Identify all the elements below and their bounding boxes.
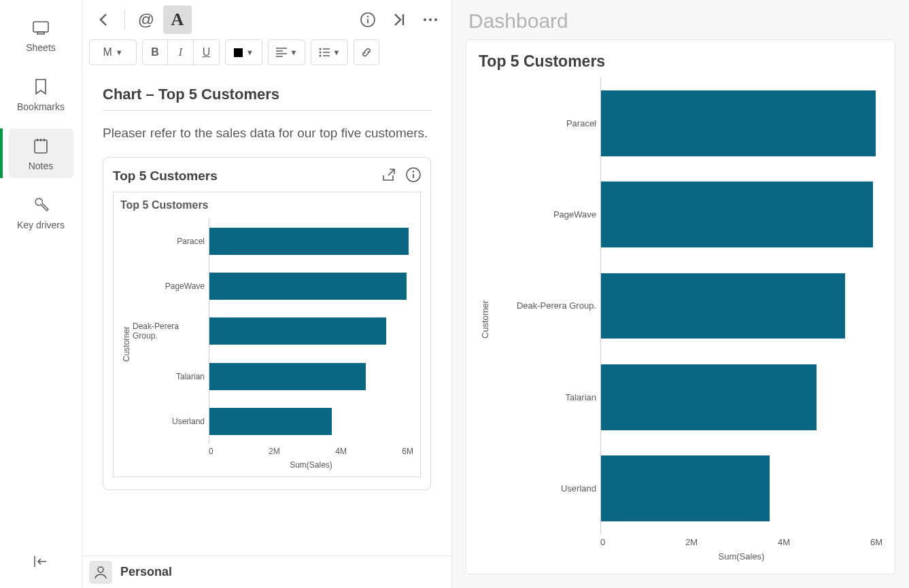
info-button[interactable] — [354, 5, 382, 34]
bookmark-icon — [32, 78, 50, 96]
sidebar: Sheets Bookmarks Notes Key drivers — [0, 0, 82, 588]
bold-button[interactable]: B — [142, 39, 168, 65]
svg-point-11 — [424, 18, 426, 21]
axis-tick: 4M — [778, 537, 790, 547]
bar[interactable] — [601, 364, 817, 430]
category-label: Deak-Perera Group. — [133, 309, 205, 353]
person-icon — [94, 566, 107, 579]
note-text[interactable]: Pleaser refer to the sales data for our … — [103, 123, 431, 143]
list-icon — [319, 48, 330, 57]
dashboard-card-title: Top 5 Customers — [479, 52, 882, 71]
sidebar-item-label: Key drivers — [17, 220, 65, 230]
bar[interactable] — [209, 273, 407, 300]
note-body[interactable]: Chart – Top 5 Customers Pleaser refer to… — [82, 72, 451, 555]
note-title[interactable]: Chart – Top 5 Customers — [103, 86, 431, 111]
color-swatch — [234, 48, 243, 57]
chart-info-button[interactable] — [406, 167, 421, 185]
avatar[interactable] — [89, 561, 112, 584]
y-axis-label: Customer — [479, 77, 492, 561]
owner-label: Personal — [120, 565, 172, 579]
bar[interactable] — [209, 408, 332, 435]
bar[interactable] — [209, 363, 366, 390]
more-button[interactable] — [416, 5, 445, 34]
category-label: Deak-Perera Group. — [517, 260, 596, 351]
text-color-dropdown[interactable]: ▼ — [225, 39, 262, 65]
bar[interactable] — [601, 90, 876, 156]
mention-button[interactable]: @ — [132, 5, 160, 34]
svg-point-12 — [429, 18, 432, 21]
jump-to-end-button[interactable] — [385, 5, 413, 34]
back-button[interactable] — [89, 5, 118, 34]
sidebar-item-key-drivers[interactable]: Key drivers — [9, 188, 73, 237]
svg-point-18 — [319, 48, 321, 50]
key-drivers-icon — [32, 196, 50, 214]
axis-tick: 2M — [269, 447, 280, 456]
dashboard-card: Top 5 Customers Customer ParacelPageWave… — [466, 39, 895, 574]
align-left-icon — [276, 48, 287, 57]
svg-rect-2 — [35, 140, 47, 153]
link-button[interactable] — [354, 39, 379, 65]
category-label: PageWave — [553, 169, 596, 260]
sidebar-item-sheets[interactable]: Sheets — [9, 10, 73, 60]
dashboard-panel: Dashboard Top 5 Customers Customer Parac… — [452, 0, 909, 588]
category-label: Paracel — [177, 218, 205, 263]
bar-chart-small: Customer ParacelPageWaveDeak-Perera Grou… — [120, 218, 413, 470]
format-toolbar: M▼ B I U ▼ ▼ ▼ — [82, 39, 451, 72]
collapse-sidebar-button[interactable] — [33, 555, 49, 571]
notes-icon — [32, 137, 50, 155]
axis-tick: 2M — [685, 537, 698, 547]
svg-rect-0 — [33, 22, 48, 32]
heading-style-dropdown[interactable]: M▼ — [89, 39, 137, 65]
note-toolbar: @ A — [82, 0, 451, 39]
align-dropdown[interactable]: ▼ — [268, 39, 305, 65]
notes-panel: @ A M▼ B I — [82, 0, 452, 588]
list-dropdown[interactable]: ▼ — [311, 39, 348, 65]
sidebar-item-label: Sheets — [26, 42, 56, 53]
category-label: Talarian — [565, 351, 596, 443]
x-axis-label: Sum(Sales) — [600, 551, 882, 561]
underline-button[interactable]: U — [194, 39, 220, 65]
inner-chart-title: Top 5 Customers — [120, 199, 413, 211]
bar-chart-large: Customer ParacelPageWaveDeak-Perera Grou… — [479, 77, 882, 561]
bar[interactable] — [601, 181, 873, 247]
svg-point-20 — [319, 52, 321, 54]
svg-point-22 — [319, 55, 321, 57]
chart-card-title: Top 5 Customers — [113, 169, 381, 184]
bar[interactable] — [209, 317, 386, 345]
sidebar-item-bookmarks[interactable]: Bookmarks — [9, 69, 73, 119]
sidebar-item-label: Notes — [29, 160, 54, 171]
svg-point-8 — [367, 16, 368, 17]
dashboard-title: Dashboard — [466, 7, 895, 39]
sidebar-item-label: Bookmarks — [17, 101, 65, 112]
category-label: Userland — [172, 399, 205, 444]
category-label: PageWave — [165, 264, 205, 309]
sheets-icon — [32, 19, 50, 37]
embedded-chart-card: Top 5 Customers Top 5 Customers — [103, 157, 431, 490]
link-icon — [360, 46, 373, 58]
svg-point-27 — [98, 567, 103, 572]
axis-tick: 6M — [402, 447, 413, 456]
divider — [124, 10, 125, 30]
axis-tick: 0 — [209, 447, 213, 456]
text-format-button[interactable]: A — [163, 5, 192, 34]
note-footer: Personal — [82, 555, 451, 588]
category-label: Talarian — [176, 354, 205, 399]
x-axis-label: Sum(Sales) — [209, 460, 413, 470]
bar[interactable] — [601, 273, 845, 339]
axis-tick: 0 — [600, 537, 605, 547]
inner-chart: Top 5 Customers Customer ParacelPageWave… — [113, 192, 421, 477]
svg-point-25 — [413, 171, 414, 173]
svg-point-13 — [434, 18, 437, 21]
axis-tick: 6M — [870, 537, 882, 547]
category-label: Userland — [561, 443, 596, 534]
svg-rect-1 — [37, 32, 44, 34]
bar[interactable] — [209, 228, 409, 255]
axis-tick: 4M — [335, 447, 347, 456]
export-button[interactable] — [381, 167, 396, 185]
italic-button[interactable]: I — [168, 39, 194, 65]
category-label: Paracel — [566, 77, 596, 169]
sidebar-item-notes[interactable]: Notes — [9, 128, 73, 178]
bar[interactable] — [601, 455, 770, 521]
y-axis-label: Customer — [120, 218, 133, 470]
